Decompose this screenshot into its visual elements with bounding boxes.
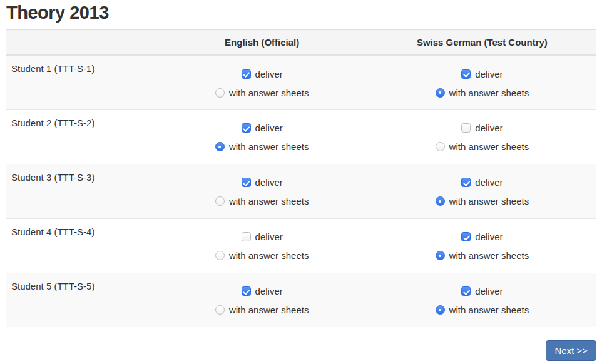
student-label: Student 5 (TTT-S-5): [6, 273, 156, 327]
english-deliver-option[interactable]: deliver: [157, 230, 367, 244]
swiss_german-answer-sheets-radio[interactable]: [436, 305, 445, 315]
swiss_german-deliver-checkbox[interactable]: [461, 123, 471, 133]
table-row: Student 1 (TTT-S-1)deliverwith answer sh…: [6, 55, 596, 109]
english-answer-sheets-radio[interactable]: [215, 88, 225, 98]
answer-sheets-option-label: with answer sheets: [449, 305, 529, 315]
swiss_german-options-cell: deliverwith answer sheets: [368, 273, 596, 327]
swiss_german-answer-sheets-option[interactable]: with answer sheets: [369, 249, 596, 263]
swiss_german-answer-sheets-option[interactable]: with answer sheets: [369, 303, 596, 317]
swiss_german-deliver-checkbox[interactable]: [461, 286, 471, 296]
answer-sheets-option-label: with answer sheets: [449, 250, 529, 261]
english-answer-sheets-option[interactable]: with answer sheets: [157, 195, 367, 208]
column-header-student: [6, 30, 156, 56]
swiss_german-deliver-checkbox[interactable]: [461, 178, 471, 187]
student-label: Student 1 (TTT-S-1): [6, 55, 156, 109]
swiss_german-deliver-option[interactable]: deliver: [369, 285, 596, 298]
column-header-swiss-german: Swiss German (Test Country): [368, 30, 596, 56]
english-deliver-checkbox[interactable]: [242, 178, 251, 187]
swiss_german-answer-sheets-option[interactable]: with answer sheets: [369, 86, 596, 99]
table-row: Student 2 (TTT-S-2)deliverwith answer sh…: [6, 109, 596, 164]
swiss_german-options-cell: deliverwith answer sheets: [368, 109, 596, 164]
english-answer-sheets-option[interactable]: with answer sheets: [157, 303, 367, 317]
swiss_german-answer-sheets-radio[interactable]: [436, 251, 445, 260]
english-deliver-option[interactable]: deliver: [157, 176, 367, 190]
answer-sheets-option-label: with answer sheets: [229, 141, 309, 152]
table-row: Student 5 (TTT-S-5)deliverwith answer sh…: [6, 273, 596, 327]
swiss_german-deliver-option[interactable]: deliver: [369, 230, 596, 244]
swiss_german-deliver-option[interactable]: deliver: [369, 121, 596, 135]
swiss_german-options-cell: deliverwith answer sheets: [368, 55, 596, 109]
delivery-table: English (Official) Swiss German (Test Co…: [6, 29, 596, 327]
english-deliver-checkbox[interactable]: [242, 69, 251, 79]
deliver-option-label: deliver: [475, 177, 502, 188]
answer-sheets-option-label: with answer sheets: [229, 196, 309, 206]
answer-sheets-option-label: with answer sheets: [449, 196, 529, 206]
english-deliver-option[interactable]: deliver: [157, 285, 367, 298]
english-deliver-option[interactable]: deliver: [157, 67, 367, 81]
swiss_german-answer-sheets-option[interactable]: with answer sheets: [369, 195, 596, 208]
swiss_german-deliver-checkbox[interactable]: [461, 69, 471, 79]
deliver-option-label: deliver: [255, 286, 283, 296]
answer-sheets-option-label: with answer sheets: [449, 141, 529, 152]
deliver-option-label: deliver: [475, 286, 502, 296]
english-answer-sheets-option[interactable]: with answer sheets: [157, 140, 367, 154]
english-deliver-checkbox[interactable]: [242, 123, 251, 133]
student-label: Student 3 (TTT-S-3): [6, 164, 156, 218]
table-row: Student 3 (TTT-S-3)deliverwith answer sh…: [6, 164, 596, 218]
english-answer-sheets-radio[interactable]: [215, 196, 225, 206]
swiss_german-deliver-option[interactable]: deliver: [369, 67, 596, 81]
english-options-cell: deliverwith answer sheets: [156, 109, 368, 164]
deliver-option-label: deliver: [475, 69, 502, 79]
footer-bar: Next >>: [6, 340, 596, 361]
answer-sheets-option-label: with answer sheets: [449, 88, 529, 98]
deliver-option-label: deliver: [255, 69, 283, 79]
table-header-row: English (Official) Swiss German (Test Co…: [6, 30, 596, 56]
next-button[interactable]: Next >>: [546, 340, 596, 361]
deliver-option-label: deliver: [255, 123, 283, 133]
student-label: Student 4 (TTT-S-4): [6, 218, 156, 273]
english-options-cell: deliverwith answer sheets: [156, 164, 368, 218]
table-row: Student 4 (TTT-S-4)deliverwith answer sh…: [6, 218, 596, 273]
english-options-cell: deliverwith answer sheets: [156, 273, 368, 327]
english-deliver-checkbox[interactable]: [242, 286, 251, 296]
english-answer-sheets-radio[interactable]: [215, 305, 225, 315]
english-answer-sheets-radio[interactable]: [215, 251, 225, 260]
swiss_german-answer-sheets-radio[interactable]: [436, 142, 445, 151]
swiss_german-deliver-option[interactable]: deliver: [369, 176, 596, 190]
page-title: Theory 2013: [6, 3, 596, 23]
swiss_german-deliver-checkbox[interactable]: [461, 232, 471, 241]
table-header: English (Official) Swiss German (Test Co…: [6, 30, 596, 56]
swiss_german-options-cell: deliverwith answer sheets: [368, 218, 596, 273]
page: Theory 2013 English (Official) Swiss Ger…: [0, 0, 607, 364]
answer-sheets-option-label: with answer sheets: [229, 88, 309, 98]
answer-sheets-option-label: with answer sheets: [229, 305, 309, 315]
deliver-option-label: deliver: [255, 177, 283, 188]
deliver-option-label: deliver: [255, 231, 283, 242]
swiss_german-answer-sheets-option[interactable]: with answer sheets: [369, 140, 596, 154]
swiss_german-answer-sheets-radio[interactable]: [436, 196, 445, 206]
answer-sheets-option-label: with answer sheets: [229, 250, 309, 261]
column-header-english: English (Official): [156, 30, 368, 56]
deliver-option-label: deliver: [475, 123, 502, 133]
english-answer-sheets-option[interactable]: with answer sheets: [157, 249, 367, 263]
swiss_german-answer-sheets-radio[interactable]: [436, 88, 445, 98]
english-deliver-option[interactable]: deliver: [157, 121, 367, 135]
student-label: Student 2 (TTT-S-2): [6, 109, 156, 164]
swiss_german-options-cell: deliverwith answer sheets: [368, 164, 596, 218]
table-body: Student 1 (TTT-S-1)deliverwith answer sh…: [6, 55, 596, 327]
english-options-cell: deliverwith answer sheets: [156, 55, 368, 109]
deliver-option-label: deliver: [475, 231, 502, 242]
english-answer-sheets-radio[interactable]: [215, 142, 225, 151]
english-answer-sheets-option[interactable]: with answer sheets: [157, 86, 367, 99]
english-options-cell: deliverwith answer sheets: [156, 218, 368, 273]
english-deliver-checkbox[interactable]: [242, 232, 251, 241]
